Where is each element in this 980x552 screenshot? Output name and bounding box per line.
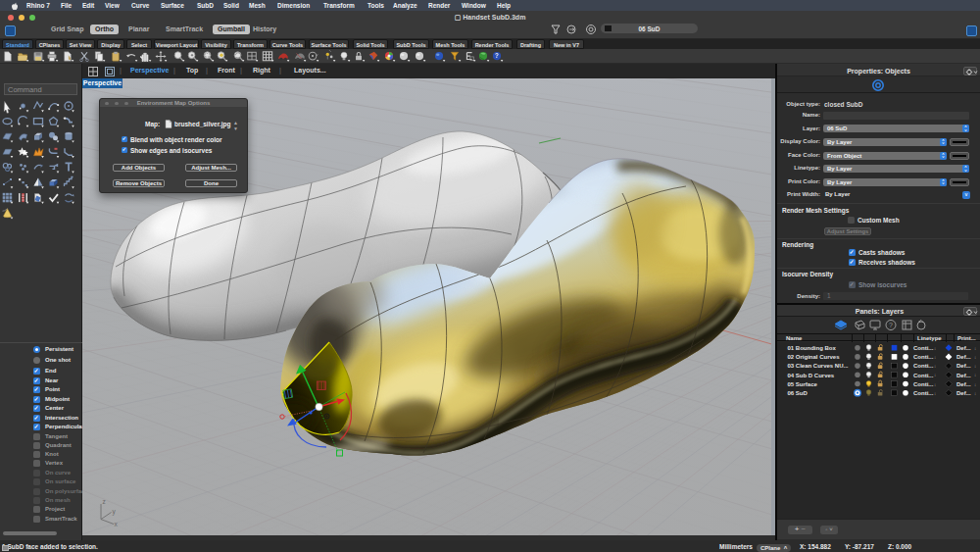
svg-text:Conti...: Conti... (913, 345, 934, 351)
svg-text:Conti...: Conti... (913, 363, 934, 369)
svg-text:02 Original Curves: 02 Original Curves (788, 354, 841, 360)
svg-text:03 Clean Curves NU...: 03 Clean Curves NU... (788, 363, 849, 369)
svg-text:Def...: Def... (956, 381, 971, 387)
svg-text:Def...: Def... (956, 354, 971, 360)
svg-text:Def...: Def... (956, 363, 971, 369)
svg-text:06 SuD: 06 SuD (788, 390, 808, 396)
svg-text:?: ? (889, 322, 893, 328)
svg-text:↕: ↕ (974, 382, 976, 387)
svg-text:Conti...: Conti... (913, 373, 934, 378)
svg-text:↕: ↕ (934, 346, 936, 351)
svg-text:↕: ↕ (974, 355, 976, 360)
svg-text:04 Sub D Curves: 04 Sub D Curves (788, 373, 835, 378)
svg-text:↕: ↕ (934, 355, 936, 360)
svg-text:Def...: Def... (956, 390, 971, 396)
svg-text:↕: ↕ (934, 382, 936, 387)
svg-text:↕: ↕ (934, 373, 936, 377)
svg-text:↕: ↕ (934, 391, 936, 396)
svg-text:Def...: Def... (956, 345, 971, 351)
svg-text:01 Bounding Box: 01 Bounding Box (788, 345, 837, 351)
svg-text:↕: ↕ (934, 364, 936, 369)
svg-text:05 Surface: 05 Surface (788, 381, 818, 387)
svg-text:Conti...: Conti... (913, 381, 934, 387)
svg-text:↕: ↕ (974, 373, 976, 377)
svg-text:↕: ↕ (974, 364, 976, 369)
svg-text:?: ? (495, 52, 499, 59)
svg-text:Conti...: Conti... (913, 354, 934, 360)
svg-text:↕: ↕ (974, 391, 976, 396)
svg-text:Def...: Def... (956, 373, 971, 378)
svg-text:↕: ↕ (974, 346, 976, 351)
svg-text:Conti...: Conti... (913, 390, 934, 396)
svg-text:z: z (103, 498, 106, 505)
